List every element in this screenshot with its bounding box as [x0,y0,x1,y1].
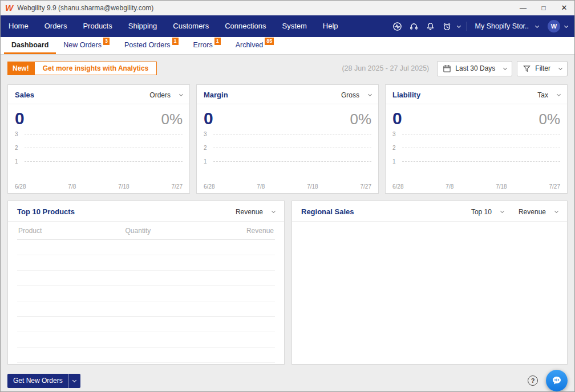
top-products-title: Top 10 Products [17,207,75,216]
y-tick-label: 1 [392,158,396,165]
column-header-product: Product [18,227,125,235]
analytics-cta-button[interactable]: Get more insights with Analytics [34,62,157,75]
new-feature-badge[interactable]: New! [7,62,34,75]
regional-scope-selector[interactable]: Top 10 [471,208,504,216]
top-products-card: Top 10 Products Revenue Product Quantity… [7,201,285,365]
support-headset-icon[interactable] [406,15,422,37]
store-selector-label: My Shopify Stor.. [475,22,529,30]
posted-orders-count-badge: 1 [172,38,179,45]
nav-item-products[interactable]: Products [75,15,120,37]
errors-count-badge: 1 [214,38,221,45]
tab-label: New Orders [63,41,102,49]
x-tick-label: 6/28 [204,183,214,190]
gridline: 1 [213,161,371,162]
metric-card-margin: Margin Gross 0 0% 3 2 1 6/28 7/8 7/18 7/… [196,84,379,194]
chevron-down-icon [558,66,562,70]
table-row [17,255,275,271]
period-selector-button[interactable]: Last 30 Days [437,61,512,76]
chevron-down-icon [500,209,504,213]
nav-item-connections[interactable]: Connections [217,15,274,37]
notifications-bell-icon[interactable] [422,15,439,37]
metric-selector-label: Tax [537,91,548,99]
nav-item-help[interactable]: Help [315,15,346,37]
tab-posted-orders[interactable]: Posted Orders 1 [117,37,186,54]
metric-selector-label: Orders [149,91,171,99]
x-tick-label: 7/18 [118,183,129,190]
x-tick-label: 7/27 [361,183,371,190]
metric-value: 0 [392,109,402,128]
liability-chart-area: 3 2 1 6/28 7/8 7/18 7/27 [392,129,560,191]
tab-label: Errors [193,41,213,49]
y-tick-label: 3 [204,131,207,137]
top-products-metric-selector[interactable]: Revenue [236,208,275,216]
window-title: Webgility 9.9 (shanu.sharma@webgility.co… [17,4,153,12]
regional-sales-title: Regional Sales [301,207,354,216]
filter-funnel-icon [523,64,531,73]
gridline: 3 [402,134,560,134]
nav-item-orders[interactable]: Orders [37,15,75,37]
x-tick-label: 7/18 [307,183,318,190]
gridline: 3 [213,134,371,134]
filter-label: Filter [535,64,550,72]
chevron-down-icon [179,92,183,96]
metric-percent: 0% [161,111,183,128]
liability-metric-selector[interactable]: Tax [537,91,560,99]
footer-bar: Get New Orders ? [7,370,568,391]
tab-archived[interactable]: Archived 85 [228,37,282,54]
metric-cards-row: Sales Orders 0 0% 3 2 1 6/28 7/8 7/18 7/… [7,84,568,194]
user-menu[interactable]: W [543,20,570,32]
x-tick-label: 7/27 [172,183,183,190]
dashboard-content: New! Get more insights with Analytics (2… [1,55,574,391]
help-icon[interactable]: ? [528,375,538,386]
analytics-icon[interactable] [389,15,406,37]
chat-launcher[interactable] [546,370,568,391]
table-row [17,271,275,286]
tab-new-orders[interactable]: New Orders 3 [56,37,117,54]
tab-dashboard[interactable]: Dashboard [4,37,56,54]
margin-metric-selector[interactable]: Gross [341,91,371,99]
y-tick-label: 2 [204,145,207,151]
tab-label: Archived [236,41,264,49]
metric-percent: 0% [538,111,560,128]
chevron-down-icon [272,209,276,213]
nav-item-home[interactable]: Home [1,15,37,37]
metric-selector-label: Gross [341,91,359,99]
x-tick-label: 7/8 [68,183,76,190]
selector-label: Revenue [519,208,546,216]
date-range-label: (28 Jun 2025 - 27 Jul 2025) [342,64,429,72]
tab-errors[interactable]: Errors 1 [186,37,228,54]
x-tick-label: 7/27 [549,183,560,190]
store-selector[interactable]: My Shopify Stor.. [471,22,543,30]
chevron-down-icon [554,209,558,213]
period-selector-label: Last 30 Days [455,64,495,72]
column-header-revenue: Revenue [214,227,274,235]
scheduler-caret-icon[interactable] [455,25,463,28]
filter-button[interactable]: Filter [517,61,568,76]
regional-metric-selector[interactable]: Revenue [519,208,558,216]
table-row [17,301,275,317]
get-new-orders-button[interactable]: Get New Orders [7,374,69,388]
avatar: W [548,20,560,32]
column-header-quantity: Quantity [125,227,214,235]
y-tick-label: 2 [392,145,396,151]
regional-sales-card: Regional Sales Top 10 Revenue [291,201,568,365]
nav-item-shipping[interactable]: Shipping [120,15,165,37]
sales-metric-selector[interactable]: Orders [149,91,183,99]
metric-title: Sales [15,91,34,99]
dashboard-toolbar: New! Get more insights with Analytics (2… [7,60,568,76]
gridline: 1 [25,161,183,162]
nav-item-customers[interactable]: Customers [165,15,217,37]
minimize-button[interactable]: — [513,1,533,15]
maximize-button[interactable]: □ [533,1,554,15]
chevron-down-icon [564,23,568,27]
x-tick-label: 7/8 [446,183,453,190]
table-row [17,240,275,255]
nav-item-system[interactable]: System [274,15,314,37]
close-button[interactable]: ✕ [554,1,574,15]
gridline: 2 [213,148,371,148]
bottom-cards-row: Top 10 Products Revenue Product Quantity… [7,201,568,365]
tab-label: Dashboard [11,41,48,49]
get-new-orders-caret[interactable] [69,374,80,388]
table-row [17,332,275,348]
scheduler-alarm-icon[interactable] [439,15,455,37]
